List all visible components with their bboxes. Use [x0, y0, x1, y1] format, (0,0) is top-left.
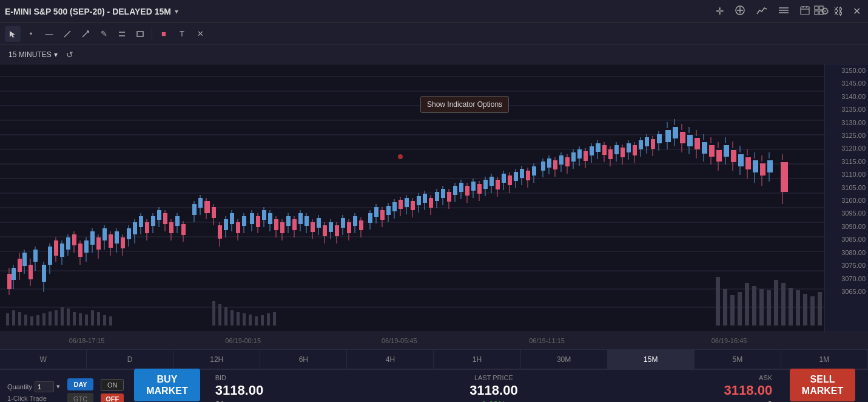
price-3125: 3125.00 — [827, 132, 866, 139]
pencil-tool[interactable]: ✎ — [96, 26, 112, 42]
link-icon[interactable]: ⛓ — [831, 5, 846, 18]
tab-1M[interactable]: 1M — [781, 350, 868, 369]
svg-rect-11 — [819, 6, 823, 10]
svg-rect-127 — [139, 216, 143, 227]
quantity-input[interactable] — [35, 381, 54, 392]
svg-rect-323 — [731, 150, 736, 162]
off-button[interactable]: OFF — [101, 393, 124, 403]
sell-market-button[interactable]: SELLMARKET — [790, 369, 855, 401]
svg-rect-57 — [218, 304, 221, 325]
color-picker[interactable]: ■ — [156, 26, 172, 42]
svg-rect-221 — [435, 192, 439, 201]
svg-rect-89 — [12, 268, 16, 280]
svg-rect-241 — [496, 180, 500, 189]
calendar-icon[interactable] — [798, 4, 812, 19]
candlestick-chart[interactable] — [0, 64, 824, 332]
cursor-tool[interactable] — [5, 26, 21, 42]
svg-rect-175 — [292, 219, 297, 230]
svg-point-342 — [398, 154, 403, 159]
svg-rect-253 — [532, 166, 536, 175]
svg-rect-77 — [789, 288, 793, 325]
parallel-tool[interactable] — [114, 26, 130, 42]
last-price-section: LAST PRICE 3118.00 0.69% — [271, 374, 716, 403]
timeframe-selector[interactable]: 15 MINUTES ▾ — [5, 49, 61, 60]
tab-W[interactable]: W — [0, 350, 87, 369]
line-chart-icon[interactable] — [754, 5, 770, 18]
svg-rect-55 — [109, 316, 112, 325]
svg-rect-21 — [137, 32, 143, 36]
tab-30M[interactable]: 30M — [521, 350, 608, 369]
bottom-bar: Quantity ▾ 1-Click Trade DAY GTC ON OFF … — [0, 369, 868, 402]
svg-rect-119 — [115, 231, 119, 244]
svg-rect-44 — [42, 313, 45, 325]
refresh-icon[interactable]: ↺ — [66, 50, 73, 60]
layers-icon[interactable] — [776, 5, 792, 18]
tab-15M[interactable]: 15M — [608, 350, 695, 369]
svg-rect-213 — [411, 201, 415, 210]
time-axis: 06/18-17:15 06/19-00:15 06/19-05:45 06/1… — [0, 332, 868, 350]
svg-line-15 — [64, 31, 70, 37]
svg-rect-195 — [353, 216, 357, 226]
svg-rect-273 — [596, 143, 601, 152]
close-icon[interactable]: ✕ — [850, 4, 863, 18]
tab-4H[interactable]: 4H — [347, 350, 434, 369]
timeframe-label: 15 MINUTES — [8, 50, 52, 59]
chart-title: E-MINI S&P 500 (SEP-20) - DELAYED 15M — [5, 7, 171, 16]
dot-tool[interactable]: • — [23, 26, 39, 42]
svg-rect-87 — [29, 265, 33, 279]
title-dropdown[interactable]: ▾ — [175, 7, 178, 16]
layout-icon[interactable] — [812, 4, 826, 19]
rectangle-tool[interactable] — [132, 26, 148, 42]
tab-6H[interactable]: 6H — [260, 350, 347, 369]
svg-rect-299 — [673, 127, 678, 138]
tab-5M[interactable]: 5M — [695, 350, 781, 369]
price-3105: 3105.00 — [827, 184, 866, 191]
svg-rect-211 — [405, 198, 409, 207]
tab-D[interactable]: D — [87, 350, 173, 369]
ray-tool[interactable] — [78, 26, 93, 42]
price-3090: 3090.00 — [827, 223, 866, 230]
svg-rect-12 — [815, 11, 818, 15]
indicator-options-tooltip: Show Indicator Options — [420, 96, 509, 113]
svg-rect-159 — [242, 216, 246, 226]
gtc-button[interactable]: GTC — [67, 393, 93, 403]
svg-rect-13 — [819, 11, 823, 15]
last-price-value: 3118.00 — [469, 383, 518, 398]
dash-tool[interactable]: — — [41, 26, 57, 42]
svg-rect-99 — [54, 240, 58, 256]
svg-rect-52 — [91, 310, 94, 325]
tab-12H[interactable]: 12H — [173, 350, 260, 369]
subbar: 15 MINUTES ▾ ↺ — [0, 45, 868, 64]
svg-rect-69 — [730, 295, 735, 325]
delete-tool[interactable]: ✕ — [192, 26, 208, 42]
svg-rect-177 — [298, 213, 303, 224]
indicators-icon[interactable] — [732, 4, 748, 19]
on-button[interactable]: ON — [101, 379, 124, 391]
svg-rect-247 — [514, 172, 518, 181]
svg-line-16 — [82, 31, 89, 37]
buy-market-button[interactable]: BUYMARKET — [134, 369, 200, 401]
svg-rect-281 — [621, 148, 625, 157]
svg-rect-117 — [109, 234, 113, 248]
svg-rect-131 — [151, 216, 155, 226]
svg-rect-269 — [584, 151, 588, 161]
text-tool[interactable]: T — [174, 26, 190, 42]
line-tool[interactable] — [59, 26, 75, 42]
svg-rect-317 — [716, 150, 722, 162]
tab-1H[interactable]: 1H — [434, 350, 520, 369]
timeframe-chevron: ▾ — [54, 50, 58, 59]
crosshair-icon[interactable]: ✛ — [713, 4, 726, 18]
svg-rect-123 — [127, 228, 131, 239]
qty-dropdown[interactable]: ▾ — [56, 383, 60, 390]
chart-area[interactable]: Show Indicator Options — [0, 64, 868, 332]
last-price-label: LAST PRICE — [474, 374, 513, 381]
price-3120: 3120.00 — [827, 145, 866, 152]
svg-rect-78 — [796, 290, 800, 325]
click-trade-row: 1-Click Trade — [7, 395, 60, 402]
svg-rect-68 — [723, 289, 727, 325]
svg-rect-201 — [374, 207, 378, 217]
price-3100: 3100.00 — [827, 197, 866, 204]
svg-rect-64 — [261, 315, 264, 325]
ask-section: ASK 3118.00 3 — [724, 374, 773, 403]
day-button[interactable]: DAY — [67, 378, 93, 390]
